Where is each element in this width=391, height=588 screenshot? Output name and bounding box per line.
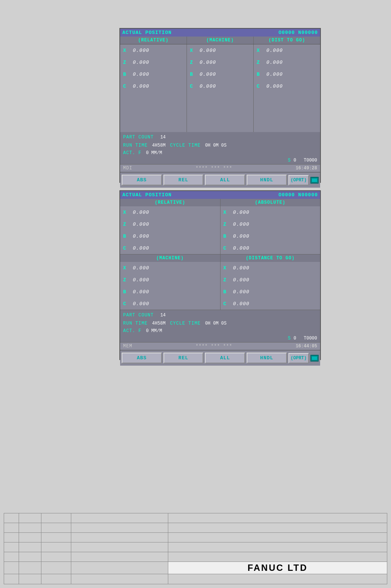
panel1-col-machine: X 0.000 Z 0.000 B 0.000 C 0.000 (187, 44, 254, 132)
fanuc-logo-cell: FANUC LTD (168, 562, 387, 574)
t1c2 (19, 513, 41, 523)
t7c3 (41, 574, 71, 584)
panel1-actf-value: 0 MM/M (146, 150, 162, 156)
panel2-program: O0000 N00000 (278, 192, 318, 198)
t7c2 (19, 574, 41, 584)
panel2-status-bar: MEM **** *** *** 16:44:05 (120, 342, 320, 350)
panel1-btn-abs[interactable]: ABS (122, 175, 162, 185)
panel2-timing-row: RUN TIME 4H58M CYCLE TIME 0H 0M 0S (120, 320, 320, 327)
panel1-btn-all[interactable]: ALL (205, 175, 245, 185)
panel1-run-time-label: RUN TIME (123, 143, 148, 148)
panel2-machine-label: (MACHINE) (120, 254, 220, 262)
p2-rel-x: X 0.000 (120, 206, 220, 218)
panel2-indicator-line1 (312, 357, 317, 357)
p1-mach-x: X 0.000 (187, 44, 253, 56)
panel2-distance-label: (DISTANCE TO GO) (220, 254, 320, 262)
p1-dist-b: B 0.000 (254, 68, 320, 80)
panel2-btn-hndl[interactable]: HNDL (247, 353, 287, 363)
p1-dist-c: C 0.000 (254, 80, 320, 92)
p2-mach-x: X 0.000 (120, 262, 220, 274)
panel2-part-count-row: PART COUNT 14 (120, 310, 320, 320)
panel1-title: ACTUAL POSITION (122, 30, 172, 35)
p1-rel-x: X 0.000 (120, 44, 187, 56)
panel2-btn-oprt[interactable]: (OPRT) (288, 353, 309, 363)
panel2-run-time-label: RUN TIME (123, 321, 148, 326)
t7c1 (4, 574, 19, 584)
panel1-sub-machine: (MACHINE) (187, 37, 253, 44)
panel2-actf-label: ACT. F (123, 328, 141, 334)
panel1-cycle-time-value: 0H 0M 0S (205, 143, 227, 148)
t3c3 (41, 533, 71, 542)
panel1-btn-hndl[interactable]: HNDL (247, 175, 287, 185)
panel1-indicator-line3 (312, 181, 317, 182)
t5c1 (4, 552, 19, 562)
panel1-actf-label: ACT. F (123, 150, 141, 156)
panel2-s-value: 0 (294, 336, 296, 341)
p2-mach-z: Z 0.000 (120, 274, 220, 286)
panel2-indicator[interactable] (310, 355, 319, 362)
t5c4 (71, 552, 168, 562)
panel1-indicator[interactable] (310, 177, 319, 184)
p2-dist-x: X 0.000 (220, 262, 320, 274)
t1c4 (71, 513, 168, 523)
p1-dist-x: X 0.000 (254, 44, 320, 56)
table-row-7 (4, 574, 387, 584)
t5c5 (168, 552, 387, 562)
panel2-t-value: T0000 (304, 336, 317, 341)
panel2-run-time-value: 4H58M (152, 321, 166, 326)
t2c2 (19, 523, 41, 532)
panel2-btn-all[interactable]: ALL (205, 353, 245, 363)
t5c3 (41, 552, 71, 562)
panel2-cycle-time-value: 0H 0M 0S (205, 321, 227, 326)
panel1-cycle-time-label: CYCLE TIME (170, 143, 201, 148)
panel2-btn-abs[interactable]: ABS (122, 353, 162, 363)
t4c4 (71, 542, 168, 552)
panel1-actf-row: ACT. F 0 MM/M (120, 149, 320, 157)
panel2-absolute-section: (ABSOLUTE) X 0.000 Z 0.000 B 0.000 C 0.0… (220, 199, 320, 254)
t4c3 (41, 542, 71, 552)
panel2-header: ACTUAL POSITION O0000 N00000 (120, 191, 320, 199)
panel2-actf-value: 0 MM/M (146, 328, 162, 334)
panel1-indicator-line1 (312, 179, 317, 179)
p1-dist-z: Z 0.000 (254, 56, 320, 68)
t7c5 (168, 574, 387, 584)
panel1-btn-oprt[interactable]: (OPRT) (288, 175, 309, 185)
p1-rel-c: C 0.000 (120, 80, 187, 92)
panel2-cycle-time-label: CYCLE TIME (170, 321, 201, 326)
panel1-run-time-value: 4H58M (152, 143, 166, 148)
table-row-6: FANUC LTD (4, 562, 387, 574)
panel1-status-bar: MDI **** *** *** 16:49:28 (120, 164, 320, 172)
panel1-softkey-bar: ABS REL ALL HNDL (OPRT) (120, 172, 320, 188)
panel2-indicator-line2 (312, 358, 317, 359)
panel2-btn-rel[interactable]: REL (163, 353, 204, 363)
t2c1 (4, 523, 19, 532)
p2-dist-b: B 0.000 (220, 286, 320, 298)
panel1-part-count-label: PART COUNT (123, 135, 154, 140)
p2-abs-c: C 0.000 (220, 242, 320, 254)
t1c1 (4, 513, 19, 523)
panel2-title: ACTUAL POSITION (122, 192, 172, 198)
panel1-col-dist: X 0.000 Z 0.000 B 0.000 C 0.000 (254, 44, 320, 132)
p2-mach-c: C 0.000 (120, 298, 220, 310)
bottom-table: FANUC LTD (4, 513, 387, 584)
t2c4 (71, 523, 168, 532)
t2c5 (168, 523, 387, 532)
panel1-btn-rel[interactable]: REL (163, 175, 204, 185)
panel2-part-count-value: 14 (160, 313, 166, 318)
t6c4 (71, 562, 168, 574)
t3c1 (4, 533, 19, 542)
p1-mach-b: B 0.000 (187, 68, 253, 80)
t1c3 (41, 513, 71, 523)
table-row-2 (4, 523, 387, 533)
p2-abs-x: X 0.000 (220, 206, 320, 218)
panel2-bottom-section: (MACHINE) X 0.000 Z 0.000 B 0.000 C 0.00… (120, 254, 320, 310)
table-row-4 (4, 542, 387, 552)
t6c1 (4, 562, 19, 574)
fanuc-logo-text: FANUC LTD (247, 563, 307, 573)
panel1-stars: **** *** *** (196, 166, 232, 171)
panel2-mode: MEM (123, 344, 132, 349)
panel2-indicator-line3 (312, 359, 317, 360)
t3c4 (71, 533, 168, 542)
p2-abs-z: Z 0.000 (220, 218, 320, 230)
p1-mach-z: Z 0.000 (187, 56, 253, 68)
